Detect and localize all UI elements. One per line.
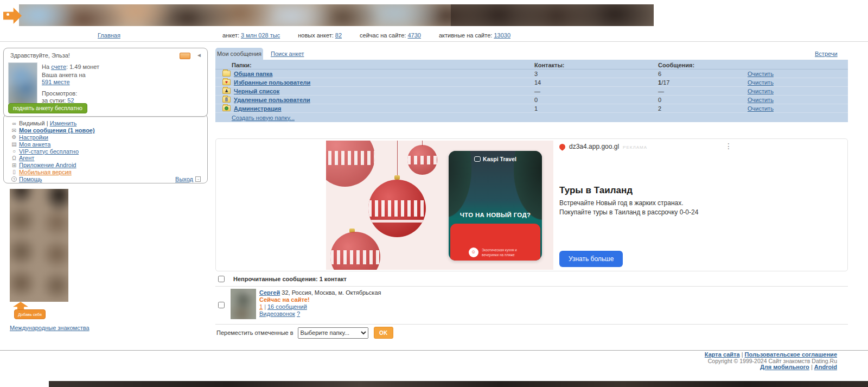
- rank-text: Ваша анкета на: [42, 72, 86, 78]
- menu-item-help: ? Помощь Выход→: [4, 175, 207, 182]
- logout-link[interactable]: Выход: [175, 176, 193, 182]
- banner-dark-segment: [451, 4, 654, 26]
- contacts-count: 3: [534, 71, 658, 77]
- vip-status-link[interactable]: VIP-статус бесплатно: [19, 148, 79, 155]
- sound-icon[interactable]: ◄: [196, 52, 202, 58]
- contact-checkbox[interactable]: [218, 302, 225, 308]
- menu-item-vip: ○ VIP-статус бесплатно: [4, 148, 207, 155]
- android-icon: ⊞: [9, 162, 19, 168]
- folder-select[interactable]: Выберите папку...: [298, 327, 368, 339]
- clear-folder-link[interactable]: Очистить: [748, 105, 848, 112]
- clear-folder-link[interactable]: Очистить: [748, 79, 848, 86]
- balance-value: : 1.49 монет: [66, 64, 99, 70]
- meetings-link[interactable]: Встречи: [815, 50, 838, 57]
- christmas-ball: [368, 180, 426, 237]
- vip-icon: ○: [9, 148, 19, 154]
- settings-link[interactable]: Настройки: [19, 134, 48, 141]
- contact-photo[interactable]: [231, 289, 256, 319]
- folder-link[interactable]: Избранные пользователи: [234, 79, 310, 86]
- top-ad-banner[interactable]: [19, 4, 654, 26]
- stat-profiles-link[interactable]: 3 млн 028 тыс: [241, 32, 280, 39]
- clear-folder-link[interactable]: Очистить: [748, 88, 848, 94]
- col-contacts: Контакты:: [534, 62, 658, 68]
- contact-info: Сергей 32, Россия, Москва, м. Октябрьска…: [259, 289, 381, 318]
- android-link[interactable]: Android: [814, 364, 837, 370]
- clear-folder-link[interactable]: Очистить: [748, 97, 848, 103]
- for-mobile-link[interactable]: Для мобильного: [760, 364, 809, 370]
- ad-creative-image[interactable]: Kaspi Travel ЧТО НА НОВЫЙ ГОД? Экзотичес…: [326, 141, 553, 270]
- home-link[interactable]: Главная: [98, 32, 120, 39]
- tab-my-messages[interactable]: Мои сообщения: [215, 48, 263, 60]
- folder-blacklist-icon: ♟: [222, 88, 231, 94]
- stat-active-link[interactable]: 13030: [494, 32, 510, 39]
- sidebar-menu: ∞ Видимый | Изменить ✉ Мои сообщения (1 …: [3, 114, 208, 183]
- select-all-checkbox[interactable]: [218, 276, 225, 282]
- total-messages-link[interactable]: 16 сообщений: [267, 303, 307, 310]
- video-call-link[interactable]: Видеозвонок: [259, 310, 295, 317]
- user-agreement-link[interactable]: Пользовательское соглашение: [745, 351, 837, 358]
- move-to-folder-bar: Переместить отмеченные в Выберите папку.…: [216, 327, 393, 339]
- folder-trash-icon: [222, 97, 231, 103]
- folder-row-blacklist: ♟Черный список — — Очистить: [215, 87, 848, 96]
- photo-collage[interactable]: [10, 189, 68, 302]
- create-folder-link[interactable]: Создать новую папку...: [232, 115, 295, 121]
- footer-divider: [0, 350, 868, 351]
- menu-item-mobile: ▯ Мобильная версия: [4, 169, 207, 176]
- change-visibility-link[interactable]: Изменить: [50, 120, 77, 126]
- profile-photo[interactable]: [8, 62, 37, 104]
- views-label: Просмотров:: [42, 90, 77, 97]
- folder-icon: [222, 71, 231, 77]
- folder-row-administration: Администрация 1 2 Очистить: [215, 104, 848, 113]
- document-icon: ▤: [9, 141, 19, 147]
- christmas-ball: [326, 141, 375, 187]
- menu-item-messages: ✉ Мои сообщения (1 новое): [4, 127, 207, 134]
- help-link[interactable]: Помощь: [19, 176, 42, 182]
- messages-count: 6: [658, 71, 661, 77]
- rank-link[interactable]: 591 месте: [42, 79, 70, 85]
- android-app-link[interactable]: Приложение Android: [19, 162, 76, 168]
- ad-options-icon[interactable]: ⋮: [725, 142, 732, 150]
- ad-cta-button[interactable]: Узнать больше: [559, 251, 623, 267]
- ok-button[interactable]: OK: [374, 327, 393, 339]
- add-yourself-button[interactable]: Добавь себя: [14, 309, 46, 319]
- ad-header: dz3a4.app.goo.gl РЕКЛАМА: [559, 143, 647, 150]
- banner-mini-icon[interactable]: [180, 53, 190, 59]
- video-call-help-link[interactable]: ?: [297, 310, 300, 317]
- ornament-string: [397, 141, 398, 176]
- stat-label: активные на сайте:: [439, 32, 492, 39]
- stat-label: сейчас на сайте:: [360, 32, 406, 39]
- ad-badge: РЕКЛАМА: [623, 145, 647, 150]
- stat-online-link[interactable]: 4730: [407, 32, 420, 39]
- ad-domain[interactable]: dz3a4.app.goo.gl: [569, 143, 619, 150]
- cuisine-icon: [469, 248, 478, 257]
- gear-icon: ⚙: [9, 134, 19, 140]
- menu-item-agent: Ω Агент: [4, 155, 207, 162]
- unread-count-link[interactable]: 1: [259, 303, 263, 310]
- bottom-ad-banner[interactable]: [49, 381, 868, 387]
- help-icon: ?: [9, 176, 19, 182]
- ad-block: Kaspi Travel ЧТО НА НОВЫЙ ГОД? Экзотичес…: [215, 138, 848, 271]
- folder-link[interactable]: Удаленные пользователи: [234, 97, 310, 103]
- greeting-text: Здравствуйте, Эльза!: [10, 52, 70, 59]
- folder-link[interactable]: Общая папка: [234, 71, 272, 77]
- contact-photo-blur: [231, 289, 256, 319]
- tab-search-profiles[interactable]: Поиск анкет: [271, 50, 304, 57]
- contact-name-link[interactable]: Сергей: [259, 289, 280, 296]
- my-messages-link[interactable]: Мои сообщения (1 новое): [19, 127, 95, 134]
- mobile-version-link[interactable]: Мобильная версия: [19, 169, 72, 175]
- stat-new-profiles-link[interactable]: 82: [335, 32, 342, 39]
- folder-link[interactable]: Администрация: [234, 105, 282, 112]
- international-dating-link[interactable]: Международные знакомства: [10, 325, 90, 331]
- sitemap-link[interactable]: Карта сайта: [705, 351, 740, 358]
- agent-link[interactable]: Агент: [19, 155, 34, 161]
- clear-folder-link[interactable]: Очистить: [748, 71, 848, 77]
- balance-link[interactable]: счете: [51, 64, 66, 70]
- folder-row-favorites: ♥Избранные пользователи 14 1/17 Очистить: [215, 78, 848, 87]
- folder-link[interactable]: Черный список: [234, 88, 279, 94]
- messages-count: 0: [658, 97, 661, 103]
- raise-profile-button[interactable]: поднять анкету бесплатно: [8, 103, 87, 113]
- messages-count: 2: [658, 105, 661, 112]
- separator: |: [742, 351, 743, 358]
- kaspi-travel-card: Kaspi Travel ЧТО НА НОВЫЙ ГОД? Экзотичес…: [449, 151, 542, 261]
- my-profile-link[interactable]: Моя анкета: [19, 141, 50, 148]
